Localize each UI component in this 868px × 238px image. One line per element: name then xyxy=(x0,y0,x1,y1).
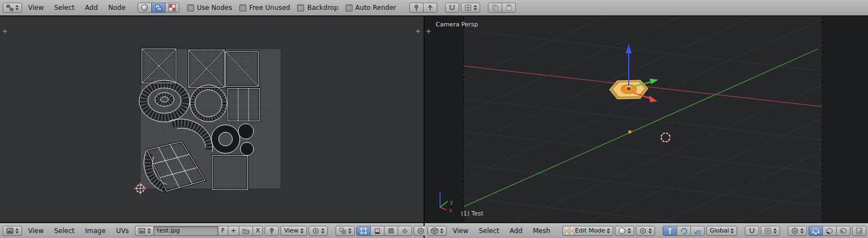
proportional-edit-dropdown[interactable] xyxy=(788,226,807,236)
editor-type-button[interactable] xyxy=(3,3,22,13)
menu-select[interactable]: Select xyxy=(474,223,503,238)
editor-type-button[interactable] xyxy=(3,226,22,236)
dropdown-arrows-icon xyxy=(15,228,19,234)
menu-select[interactable]: Select xyxy=(50,0,79,15)
scale-icon xyxy=(694,227,701,235)
viewport-header: View Select Add Mesh Edit Mode xyxy=(425,222,868,238)
menu-view[interactable]: View xyxy=(24,223,48,238)
island-select-icon xyxy=(401,227,409,235)
select-face-toggle[interactable] xyxy=(836,226,850,236)
vertex-select-icon xyxy=(812,227,820,235)
paste-icon xyxy=(505,4,513,12)
new-image-button[interactable]: + xyxy=(228,226,239,236)
snap-element-dropdown[interactable] xyxy=(761,226,780,236)
menu-select[interactable]: Select xyxy=(50,223,79,238)
menu-view[interactable]: View xyxy=(24,0,48,15)
composite-nodes-toggle[interactable] xyxy=(151,3,166,13)
menu-view[interactable]: View xyxy=(448,223,473,238)
magnet-icon xyxy=(448,4,456,12)
sticky-selection-dropdown[interactable] xyxy=(336,226,355,236)
uv-editor-header: View Select Image UVs test.jpg F + xyxy=(0,222,424,238)
browse-image-button[interactable] xyxy=(135,226,154,236)
material-sphere-icon xyxy=(141,4,149,12)
sticky-selection-icon xyxy=(339,227,347,235)
pivot-center-dropdown[interactable] xyxy=(636,226,655,236)
checkbox-box xyxy=(345,4,353,12)
orientation-dropdown[interactable]: Global xyxy=(706,226,737,236)
uv-image-editor: View Select Image UVs test.jpg F + xyxy=(0,16,425,238)
uv-select-face-toggle[interactable] xyxy=(384,226,398,236)
backdrop-checkbox[interactable]: Backdrop xyxy=(297,4,343,12)
uv-canvas[interactable] xyxy=(0,16,424,222)
occlude-geometry-icon xyxy=(855,227,863,235)
dropdown-arrows-icon xyxy=(628,228,631,234)
image-name-field[interactable]: test.jpg xyxy=(153,226,218,236)
select-edge-toggle[interactable] xyxy=(822,226,837,236)
image-editor-icon xyxy=(6,227,14,235)
viewport-canvas[interactable]: y x Camera Persp (1) Test xyxy=(425,16,868,222)
menu-add[interactable]: Add xyxy=(81,0,102,15)
menu-image[interactable]: Image xyxy=(81,223,111,238)
dropdown-arrows-icon xyxy=(649,228,652,234)
rotate-icon xyxy=(680,227,688,235)
checkbox-label: Auto Render xyxy=(355,4,396,12)
dropdown-arrows-icon xyxy=(730,228,734,234)
checkbox-box xyxy=(297,4,304,12)
dropdown-arrows-icon xyxy=(607,228,610,234)
uv-select-edge-toggle[interactable] xyxy=(370,226,384,236)
orientation-label: Global xyxy=(710,227,729,234)
checkbox-box xyxy=(187,4,194,12)
copy-button[interactable] xyxy=(488,3,502,13)
uv-select-island-toggle[interactable] xyxy=(398,226,412,236)
shader-nodes-toggle[interactable] xyxy=(138,3,152,13)
edge-select-icon xyxy=(373,227,381,235)
proportional-icon xyxy=(791,227,799,235)
editor-type-button[interactable] xyxy=(427,226,447,236)
fake-user-button[interactable]: F xyxy=(218,226,228,236)
folder-icon xyxy=(242,227,250,235)
limit-selection-visible-toggle[interactable] xyxy=(852,226,866,236)
axis-y-label: y xyxy=(450,199,453,205)
pin-toggle[interactable] xyxy=(265,226,279,236)
manipulator-scale-toggle[interactable] xyxy=(690,226,705,236)
go-to-parent-tree-button[interactable] xyxy=(423,3,437,13)
auto-render-checkbox[interactable]: Auto Render xyxy=(345,4,402,12)
manipulator-translate-toggle[interactable] xyxy=(663,226,677,236)
menu-node[interactable]: Node xyxy=(104,0,130,15)
shading-sphere-icon xyxy=(618,227,626,235)
dropdown-arrows-icon xyxy=(321,228,325,234)
texture-checker-icon xyxy=(168,4,176,12)
mode-label: Edit Mode xyxy=(575,227,605,234)
select-vertex-toggle[interactable] xyxy=(809,226,823,236)
dropdown-arrows-icon xyxy=(773,228,777,234)
tree-type-toggle-group xyxy=(138,3,179,13)
use-nodes-checkbox[interactable]: Use Nodes xyxy=(187,4,238,12)
snap-increment-icon xyxy=(764,227,772,235)
pivot-dropdown[interactable] xyxy=(309,226,328,236)
manipulator-rotate-toggle[interactable] xyxy=(677,226,691,236)
checkbox-label: Backdrop xyxy=(307,4,338,12)
viewport-shading-dropdown[interactable] xyxy=(615,226,634,236)
manipulator-toggle-group xyxy=(663,226,705,236)
texture-nodes-toggle[interactable] xyxy=(165,3,179,13)
display-channel-label: View xyxy=(284,227,298,234)
dropdown-arrows-icon xyxy=(474,5,477,10)
uv-select-vertex-toggle[interactable] xyxy=(356,226,371,236)
magnet-icon xyxy=(748,227,756,235)
uv-canvas-svg xyxy=(0,16,424,222)
mode-dropdown[interactable]: Edit Mode xyxy=(562,226,613,236)
menu-uvs[interactable]: UVs xyxy=(112,223,133,238)
checkbox-label: Use Nodes xyxy=(197,4,232,12)
pin-toggle[interactable] xyxy=(409,3,424,13)
snap-toggle[interactable] xyxy=(745,226,759,236)
snap-mode-dropdown[interactable] xyxy=(461,3,480,13)
menu-add[interactable]: Add xyxy=(506,223,527,238)
unlink-image-button[interactable]: X xyxy=(252,226,263,236)
open-image-button[interactable] xyxy=(239,226,253,236)
menu-mesh[interactable]: Mesh xyxy=(529,223,555,238)
editor-area: View Select Image UVs test.jpg F + xyxy=(0,16,868,238)
display-channel-dropdown[interactable]: View xyxy=(281,226,306,236)
snap-toggle[interactable] xyxy=(445,3,459,13)
paste-button[interactable] xyxy=(502,3,516,13)
free-unused-checkbox[interactable]: Free Unused xyxy=(239,4,296,12)
